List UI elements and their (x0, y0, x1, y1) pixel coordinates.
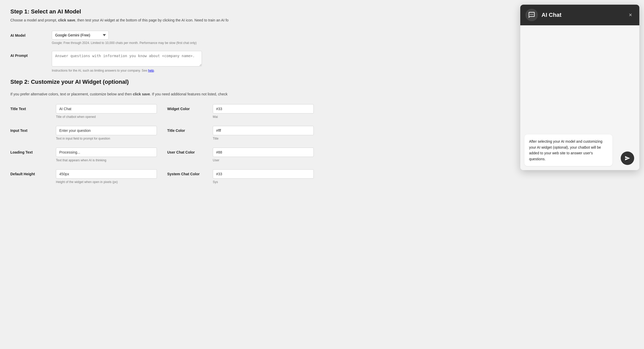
default-height-label: Default Height (10, 169, 52, 176)
user-chat-color-hint: User (213, 158, 314, 162)
input-text-field-group: Text in input field to prompt for questi… (56, 126, 157, 140)
title-text-field-group: Title of chatbot when opened (56, 104, 157, 119)
title-color-hint: Title (213, 137, 314, 140)
step2-right-col: Widget Color Mai Title Color Title (167, 104, 314, 191)
widget-color-field-group: Mai (213, 104, 314, 119)
loading-text-input[interactable] (56, 148, 157, 157)
ai-chat-panel: AI Chat × After selecting your AI model … (520, 5, 639, 170)
input-text-input[interactable] (56, 126, 157, 135)
chat-bubble-icon (528, 11, 535, 19)
ai-chat-send-button[interactable] (621, 151, 634, 165)
default-height-field-group: Height of the widget when open in pixels… (56, 169, 157, 184)
ai-chat-bubble: After selecting your AI model and custom… (524, 134, 612, 166)
title-color-input[interactable] (213, 126, 314, 135)
svg-point-0 (530, 14, 531, 15)
default-height-hint: Height of the widget when open in pixels… (56, 180, 157, 184)
ai-prompt-field-group: Instructions for the AI, such as limitin… (52, 51, 254, 72)
step1-title: Step 1: Select an AI Model (10, 8, 254, 15)
widget-color-hint: Mai (213, 115, 314, 119)
ai-chat-body: After selecting your AI model and custom… (520, 25, 639, 170)
ai-chat-messages (520, 25, 639, 129)
system-chat-color-field-group: Sys (213, 169, 314, 184)
ai-chat-close-button[interactable]: × (627, 11, 634, 19)
ai-prompt-label: AI Prompt (10, 51, 47, 58)
help-link[interactable]: help (148, 69, 154, 72)
system-chat-color-label: System Chat Color (167, 169, 209, 176)
ai-model-label: AI Model (10, 31, 47, 37)
system-chat-color-hint: Sys (213, 180, 314, 184)
user-chat-color-input[interactable] (213, 148, 314, 157)
ai-model-select[interactable]: Google Gemini (Free) (52, 31, 109, 40)
title-text-hint: Title of chatbot when opened (56, 115, 157, 119)
default-height-input[interactable] (56, 169, 157, 179)
svg-point-1 (531, 14, 532, 15)
title-text-label: Title Text (10, 104, 52, 111)
send-icon (625, 155, 630, 161)
ai-chat-icon-wrap (525, 9, 538, 21)
step1-description: Choose a model and prompt, click save, t… (10, 18, 254, 23)
step2-left-col: Title Text Title of chatbot when opened … (10, 104, 157, 191)
user-chat-color-field-group: User (213, 148, 314, 162)
svg-point-2 (532, 14, 533, 15)
ai-prompt-hint: Instructions for the AI, such as limitin… (52, 69, 254, 72)
title-color-field-group: Title (213, 126, 314, 140)
title-color-label: Title Color (167, 126, 209, 133)
title-text-input[interactable] (56, 104, 157, 113)
step2-title: Step 2: Customize your AI Widget (option… (10, 79, 254, 85)
loading-text-hint: Text that appears when AI is thinking (56, 158, 157, 162)
step2-description: If you prefer alternative colors, text o… (10, 92, 254, 97)
user-chat-color-label: User Chat Color (167, 148, 209, 154)
widget-color-input[interactable] (213, 104, 314, 113)
ai-prompt-textarea[interactable] (52, 51, 202, 66)
ai-model-field-group: Google Gemini (Free) Google: Free throug… (52, 31, 254, 45)
ai-chat-bubble-area: After selecting your AI model and custom… (520, 129, 639, 170)
loading-text-label: Loading Text (10, 148, 52, 154)
input-text-hint: Text in input field to prompt for questi… (56, 137, 157, 140)
system-chat-color-input[interactable] (213, 169, 314, 179)
ai-chat-header: AI Chat × (520, 5, 639, 25)
loading-text-field-group: Text that appears when AI is thinking (56, 148, 157, 162)
widget-color-label: Widget Color (167, 104, 209, 111)
step2-form-grid: Title Text Title of chatbot when opened … (10, 104, 254, 191)
ai-model-hint: Google: Free through 2024. Limited to 10… (52, 41, 254, 45)
input-text-label: Input Text (10, 126, 52, 133)
ai-chat-title: AI Chat (541, 12, 623, 18)
